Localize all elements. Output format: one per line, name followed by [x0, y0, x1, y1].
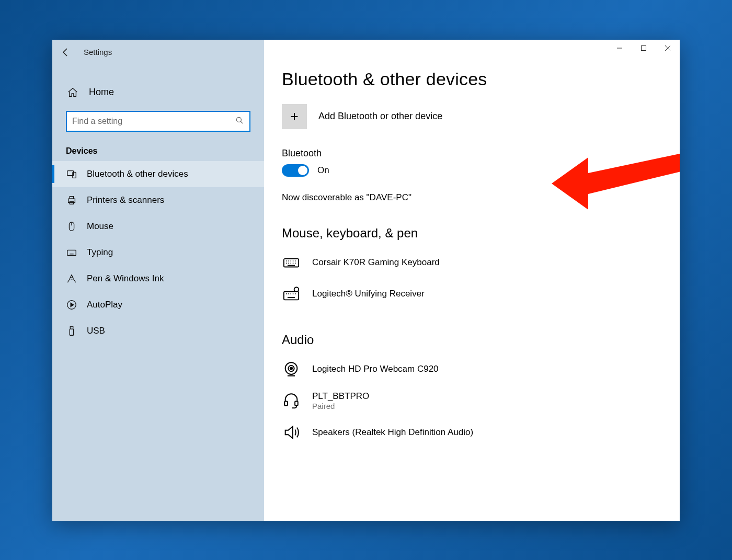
sidebar-item-usb[interactable]: USB — [52, 318, 264, 344]
add-device-button[interactable]: + Add Bluetooth or other device — [264, 104, 680, 129]
sidebar-item-pen[interactable]: Pen & Windows Ink — [52, 266, 264, 292]
device-row[interactable]: Corsair K70R Gaming Keyboard — [264, 247, 680, 278]
svg-rect-4 — [70, 196, 73, 199]
device-row[interactable]: Logitech HD Pro Webcam C920 — [264, 353, 680, 385]
minimize-button[interactable] — [608, 40, 632, 56]
bluetooth-toggle-state: On — [317, 165, 329, 176]
svg-rect-3 — [68, 199, 75, 202]
sidebar-item-bluetooth[interactable]: Bluetooth & other devices — [52, 161, 264, 187]
device-row[interactable]: Logitech® Unifying Receiver — [264, 278, 680, 310]
device-name: Corsair K70R Gaming Keyboard — [312, 257, 440, 268]
sidebar-item-label: Typing — [87, 247, 113, 258]
sidebar-item-label: Mouse — [87, 221, 113, 232]
bluetooth-toggle-row: On — [264, 164, 680, 177]
sidebar-item-label: Printers & scanners — [87, 195, 164, 205]
keyboard-icon — [282, 253, 301, 272]
group-title-mouse-keyboard: Mouse, keyboard, & pen — [264, 203, 680, 247]
keyboard-icon — [66, 247, 77, 258]
sidebar-item-label: USB — [87, 326, 105, 336]
pen-icon — [66, 273, 77, 284]
window-controls — [608, 40, 680, 56]
svg-rect-15 — [70, 326, 73, 329]
device-name: Logitech HD Pro Webcam C920 — [312, 364, 439, 374]
search-icon — [235, 116, 244, 127]
settings-window: Settings Home Devices Bluetooth & oth — [52, 40, 680, 521]
group-title-audio: Audio — [264, 310, 680, 353]
keyboard-dongle-icon — [282, 284, 301, 303]
headset-icon — [282, 391, 301, 410]
sidebar-home[interactable]: Home — [52, 79, 264, 106]
add-device-label: Add Bluetooth or other device — [318, 111, 442, 122]
sidebar-section-title: Devices — [52, 132, 264, 161]
device-row[interactable]: PLT_BBTPRO Paired — [264, 385, 680, 417]
search-box[interactable] — [66, 111, 250, 132]
discoverable-text: Now discoverable as "DAVE-PC" — [264, 187, 680, 203]
svg-rect-18 — [642, 45, 646, 50]
app-title: Settings — [84, 48, 112, 56]
device-name: Logitech® Unifying Receiver — [312, 289, 425, 299]
device-name: Speakers (Realtek High Definition Audio) — [312, 427, 473, 438]
printer-icon — [66, 195, 77, 206]
svg-rect-42 — [284, 401, 288, 406]
svg-marker-14 — [71, 303, 74, 306]
sidebar-item-label: AutoPlay — [87, 300, 122, 310]
search-input[interactable] — [72, 117, 235, 126]
svg-rect-2 — [73, 172, 76, 178]
speaker-icon — [282, 423, 301, 442]
bluetooth-label: Bluetooth — [264, 148, 680, 159]
svg-rect-16 — [70, 329, 73, 335]
usb-icon — [66, 325, 77, 337]
sidebar-top: Settings — [52, 40, 264, 65]
sidebar-item-mouse[interactable]: Mouse — [52, 213, 264, 239]
maximize-button[interactable] — [632, 40, 656, 56]
devices-icon — [66, 168, 77, 180]
svg-rect-8 — [67, 250, 76, 255]
svg-point-41 — [290, 367, 292, 369]
search-wrap — [52, 106, 264, 132]
home-icon — [67, 87, 78, 98]
svg-point-38 — [294, 287, 299, 292]
home-label: Home — [89, 87, 114, 98]
device-status: Paired — [312, 402, 369, 410]
webcam-icon — [282, 360, 301, 379]
device-name: PLT_BBTPRO — [312, 391, 369, 402]
sidebar-item-autoplay[interactable]: AutoPlay — [52, 292, 264, 318]
mouse-icon — [66, 221, 77, 232]
main-panel: Bluetooth & other devices + Add Bluetoot… — [264, 40, 680, 521]
svg-point-0 — [236, 117, 241, 122]
close-button[interactable] — [656, 40, 680, 56]
device-row[interactable]: Speakers (Realtek High Definition Audio) — [264, 417, 680, 448]
svg-rect-31 — [284, 291, 299, 300]
autoplay-icon — [66, 299, 77, 311]
sidebar-item-typing[interactable]: Typing — [52, 239, 264, 266]
plus-icon: + — [282, 104, 307, 129]
sidebar: Settings Home Devices Bluetooth & oth — [52, 40, 264, 521]
svg-rect-43 — [295, 401, 298, 406]
sidebar-item-label: Pen & Windows Ink — [87, 273, 164, 284]
back-button[interactable] — [60, 46, 72, 59]
nav-list: Bluetooth & other devices Printers & sca… — [52, 161, 264, 344]
sidebar-item-label: Bluetooth & other devices — [87, 169, 188, 179]
sidebar-item-printers[interactable]: Printers & scanners — [52, 187, 264, 213]
bluetooth-toggle[interactable] — [282, 164, 309, 177]
